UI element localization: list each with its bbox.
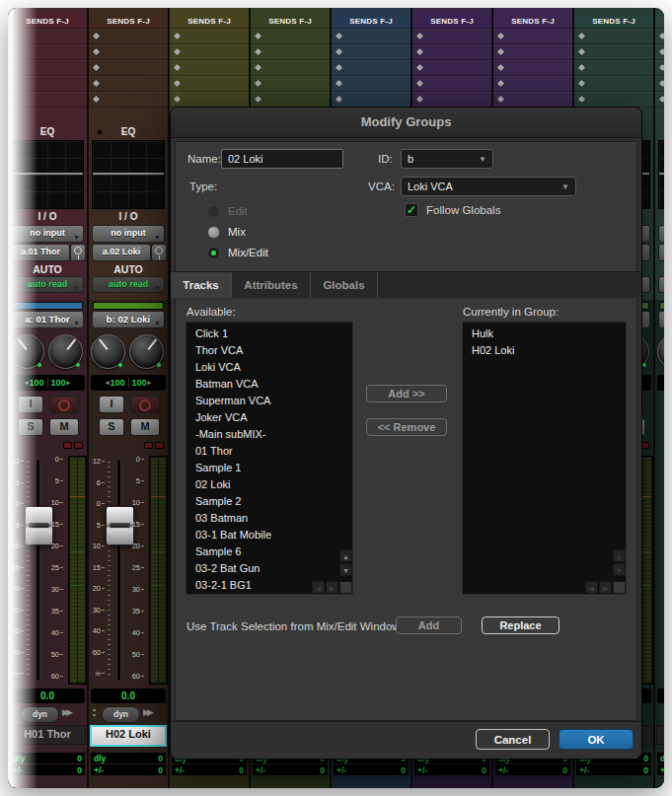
send-slot[interactable] [251, 92, 330, 108]
send-slot[interactable] [8, 92, 87, 108]
tab-globals[interactable]: Globals [311, 272, 378, 298]
available-list[interactable]: Click 1 Thor VCA Loki VCA Batman VCA Sup… [186, 322, 353, 595]
input-selector[interactable] [658, 225, 664, 243]
list-item[interactable]: Loki VCA [187, 359, 352, 376]
track-name-plate-selected[interactable]: H02 Loki [90, 725, 167, 747]
scroll-right-button[interactable]: ▶ [326, 581, 338, 594]
list-item[interactable]: H02 Loki [463, 342, 626, 359]
send-slot[interactable] [493, 92, 572, 108]
track-name-plate[interactable] [656, 725, 664, 745]
send-slot[interactable] [251, 29, 330, 44]
scroll-down-button[interactable]: ▼ [339, 563, 352, 576]
list-item[interactable]: Thor VCA [187, 342, 352, 359]
pan-knob-right[interactable] [48, 334, 83, 369]
scroll-left-button[interactable]: ◀ [585, 581, 598, 594]
output-selector[interactable]: a.02 Loki [92, 244, 151, 261]
send-slot[interactable] [170, 76, 249, 92]
input-monitor-button[interactable]: I [99, 396, 124, 413]
send-slot[interactable] [412, 92, 491, 108]
scroll-right-button[interactable]: ▶ [599, 581, 612, 594]
send-slot[interactable] [332, 92, 411, 108]
group-id-dropdown[interactable]: b▼ [401, 149, 493, 169]
radio-mix[interactable] [207, 226, 220, 239]
remove-from-group-button[interactable]: << Remove [366, 418, 447, 436]
strip-size-spinner[interactable]: ▲▼ [90, 706, 99, 718]
send-slot[interactable] [170, 44, 249, 60]
send-slot[interactable] [170, 60, 249, 76]
input-selector[interactable]: no input▼ [92, 225, 165, 243]
output-selector[interactable]: a.01 Thor [11, 244, 70, 261]
solo-button[interactable]: S [99, 418, 124, 436]
output-window-icon[interactable] [70, 244, 86, 261]
send-slot[interactable] [251, 60, 330, 76]
send-slot[interactable] [332, 29, 411, 44]
send-slot[interactable] [574, 44, 653, 60]
send-slot[interactable] [8, 76, 87, 92]
output-selector[interactable] [658, 244, 664, 261]
list-item[interactable]: Superman VCA [187, 393, 352, 409]
send-slot[interactable] [493, 29, 572, 44]
input-monitor-button[interactable]: I [18, 396, 43, 413]
scroll-down-button[interactable]: ▼ [613, 563, 626, 576]
send-slot[interactable] [655, 60, 664, 76]
send-slot[interactable] [412, 29, 491, 44]
group-selector[interactable]: a: 01 Thor▼ [11, 311, 84, 328]
fader-track[interactable] [117, 460, 120, 681]
send-slot[interactable] [332, 44, 411, 60]
send-slot[interactable] [89, 44, 168, 60]
track-name-plate[interactable]: H01 Thor [9, 725, 86, 745]
solo-button[interactable]: S [18, 418, 43, 436]
cancel-button[interactable]: Cancel [476, 729, 550, 750]
pan-knob-left[interactable] [10, 334, 44, 369]
send-slot[interactable] [493, 60, 572, 76]
send-slot[interactable] [412, 76, 491, 92]
send-slot[interactable] [89, 92, 168, 108]
send-slot[interactable] [574, 76, 653, 92]
ok-button[interactable]: OK [559, 729, 634, 750]
fader-track[interactable] [37, 460, 39, 681]
send-slot[interactable] [8, 60, 87, 76]
add-to-group-button[interactable]: Add >> [366, 385, 447, 402]
automation-mode-selector[interactable]: auto read▼ [11, 276, 84, 293]
group-name-input[interactable] [221, 149, 343, 169]
record-enable-button[interactable] [130, 396, 160, 413]
dialog-title[interactable]: Modify Groups [171, 108, 641, 138]
send-slot[interactable] [332, 76, 411, 92]
send-slot[interactable] [251, 44, 330, 60]
send-slot[interactable] [8, 44, 87, 60]
scroll-left-button[interactable]: ◀ [312, 581, 325, 594]
send-slot[interactable] [574, 92, 653, 108]
mute-button[interactable]: M [49, 418, 79, 436]
send-slot[interactable] [8, 29, 87, 44]
scroll-up-button[interactable]: ▲ [613, 549, 626, 562]
list-item[interactable]: -Main subMIX- [187, 426, 352, 443]
list-item[interactable]: 01 Thor [187, 443, 352, 460]
radio-mix-edit[interactable] [207, 247, 220, 259]
list-item[interactable]: 02 Loki [187, 476, 352, 493]
automation-mode-selector[interactable] [658, 276, 664, 293]
mute-button[interactable]: M [130, 418, 160, 436]
list-item[interactable]: 03-1 Bat Mobile [187, 527, 352, 543]
send-slot[interactable] [574, 60, 653, 76]
list-item[interactable]: Sample 2 [187, 493, 352, 510]
send-slot[interactable] [655, 44, 664, 60]
send-slot[interactable] [493, 44, 572, 60]
list-item[interactable]: Sample 6 [187, 543, 352, 560]
automation-mode-selector[interactable]: auto read▼ [92, 276, 165, 293]
pan-knob-right[interactable] [129, 334, 164, 369]
send-slot[interactable] [89, 29, 168, 44]
send-slot[interactable] [655, 92, 664, 108]
send-slot[interactable] [170, 29, 249, 44]
list-item[interactable]: 03 Batman [187, 510, 352, 527]
list-item[interactable]: Hulk [463, 326, 626, 342]
group-selector[interactable]: b: 02 Loki▼ [92, 311, 165, 328]
track-selection-replace-button[interactable]: Replace [482, 616, 560, 634]
input-selector[interactable]: no input▼ [11, 225, 84, 243]
send-slot[interactable] [412, 60, 491, 76]
scroll-up-button[interactable]: ▲ [339, 549, 352, 562]
vca-dropdown[interactable]: Loki VCA▼ [401, 177, 576, 196]
send-slot[interactable] [89, 60, 168, 76]
list-item[interactable]: Joker VCA [187, 409, 352, 426]
list-item[interactable]: Batman VCA [187, 376, 352, 393]
pan-knob-left[interactable] [91, 334, 125, 369]
